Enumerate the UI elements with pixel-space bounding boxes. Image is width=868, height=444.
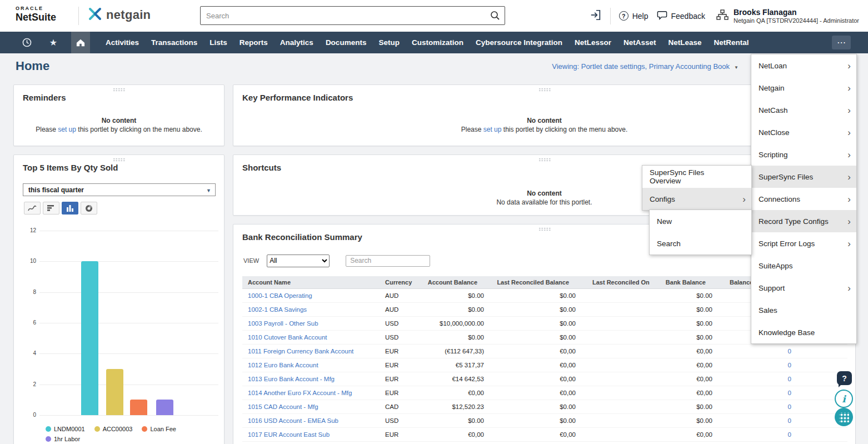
help-bubble-button[interactable]: ?: [837, 371, 852, 385]
col-header-account-name[interactable]: Account Name: [242, 279, 378, 286]
feedback-button[interactable]: Feedback: [657, 10, 705, 22]
legend-item: ACC00003: [94, 426, 133, 432]
netsuite-logo[interactable]: ORACLE NetSuite: [16, 6, 56, 23]
favorites-star-icon[interactable]: [40, 32, 67, 53]
chart-bar-LNDM0001: [81, 261, 98, 415]
col-header-last-reconciled-on[interactable]: Last Reconciled On: [576, 279, 659, 286]
menu-item[interactable]: Connections: [751, 188, 856, 210]
menu-item[interactable]: NetCash: [751, 99, 856, 121]
portlet-title[interactable]: Reminders: [23, 93, 66, 102]
menu-item[interactable]: New: [650, 210, 751, 232]
chart-gridline: [39, 415, 218, 416]
drag-handle-icon[interactable]: [113, 158, 125, 162]
menu-item[interactable]: NetLoan: [751, 54, 856, 77]
menu-item[interactable]: Configs: [642, 188, 751, 210]
drag-handle-icon[interactable]: [538, 88, 551, 92]
nav-item[interactable]: Lists: [203, 32, 233, 53]
menu-item[interactable]: Record Type Configs: [751, 210, 856, 232]
balance-difference-link[interactable]: 0: [788, 431, 791, 438]
account-name-link[interactable]: 1012 Euro Bank Account: [248, 362, 318, 368]
account-name-link[interactable]: 1017 EUR Account East Sub: [248, 431, 330, 438]
menu-item[interactable]: Search: [650, 232, 751, 255]
nav-item[interactable]: Activities: [99, 32, 145, 53]
line-chart-button[interactable]: [24, 202, 41, 214]
nav-item[interactable]: Customization: [406, 32, 470, 53]
menu-item[interactable]: Script Error Logs: [751, 232, 856, 255]
drag-handle-icon[interactable]: [538, 158, 551, 162]
menu-item[interactable]: Scripting: [751, 143, 856, 166]
bankrec-search-input[interactable]: [346, 255, 430, 267]
portlet-title[interactable]: Shortcuts: [242, 163, 281, 172]
star-glyph: [49, 37, 57, 48]
portlet-title[interactable]: Bank Reconciliation Summary: [242, 232, 362, 242]
menu-item[interactable]: SuperSync Files Overview: [642, 166, 751, 188]
cell-account-balance: €0,00: [422, 390, 484, 396]
chevron-right-icon: [847, 283, 851, 293]
date-range-select[interactable]: this fiscal quarter: [23, 183, 216, 196]
account-name-link[interactable]: 1011 Foreign Currency Bank Account: [248, 348, 353, 355]
nav-item[interactable]: Reports: [233, 32, 274, 53]
no-content-text: No content: [14, 117, 224, 124]
cell-currency: AUD: [378, 306, 422, 313]
nav-item[interactable]: Documents: [320, 32, 373, 53]
account-name-link[interactable]: 1014 Another Euro FX Account - Mfg: [248, 390, 352, 396]
nav-item[interactable]: Cybersource Integration: [470, 32, 568, 53]
account-name-link[interactable]: 1002-1 CBA Savings: [248, 306, 307, 313]
set-up-link[interactable]: set up: [483, 126, 502, 133]
portlet-title[interactable]: Key Performance Indicators: [242, 93, 353, 102]
home-tab[interactable]: [71, 32, 90, 53]
info-button[interactable]: i: [835, 390, 853, 408]
balance-difference-link[interactable]: 0: [788, 403, 791, 410]
nav-item[interactable]: NetLease: [662, 32, 708, 53]
search-icon[interactable]: [490, 11, 500, 21]
drag-handle-icon[interactable]: [113, 88, 125, 92]
menu-item-label: Record Type Configs: [759, 217, 829, 226]
menu-item[interactable]: Knowledge Base: [751, 321, 856, 343]
drag-handle-icon[interactable]: [538, 227, 551, 231]
menu-item[interactable]: Support: [751, 277, 856, 299]
col-header-last-reconciled-balance[interactable]: Last Reconciled Balance: [484, 279, 576, 286]
pie-chart-button[interactable]: [81, 202, 97, 214]
menu-item[interactable]: SuperSync Files: [751, 166, 856, 188]
netgain-x-icon: [88, 7, 102, 23]
menu-item[interactable]: Netgain: [751, 77, 856, 99]
col-header-currency[interactable]: Currency: [378, 279, 422, 286]
account-name-link[interactable]: 1015 CAD Account - Mfg: [248, 403, 318, 410]
balance-difference-link[interactable]: 0: [788, 362, 791, 368]
nav-item[interactable]: NetRental: [708, 32, 755, 53]
netgain-logo[interactable]: netgain: [88, 7, 151, 23]
account-name-link[interactable]: 1013 Euro Bank Account - Mfg: [248, 376, 335, 382]
nav-more-button[interactable]: ⋯: [832, 36, 851, 49]
menu-item[interactable]: SuiteApps: [751, 255, 856, 277]
menu-item[interactable]: Sales: [751, 299, 856, 321]
account-name-link[interactable]: 1016 USD Account - EMEA Sub: [248, 417, 338, 424]
vertical-bar-chart-button[interactable]: [62, 202, 78, 214]
cell-currency: EUR: [378, 431, 422, 438]
account-name-link[interactable]: 1000-1 CBA Operating: [248, 292, 312, 299]
help-button[interactable]: ? Help: [619, 11, 648, 21]
set-up-link[interactable]: set up: [58, 126, 76, 133]
nav-item[interactable]: Setup: [372, 32, 406, 53]
apps-grid-button[interactable]: [835, 408, 853, 426]
balance-difference-link[interactable]: 0: [788, 376, 791, 382]
balance-difference-link[interactable]: 0: [788, 348, 791, 355]
balance-difference-link[interactable]: 0: [788, 390, 791, 396]
horizontal-bar-chart-button[interactable]: [43, 202, 59, 214]
balance-difference-link[interactable]: 0: [788, 417, 791, 424]
user-menu[interactable]: Brooks Flanagan Netgain QA [TSTDRV202444…: [716, 8, 859, 24]
nav-item[interactable]: Analytics: [274, 32, 320, 53]
col-header-bank-balance[interactable]: Bank Balance: [659, 279, 712, 286]
nav-item[interactable]: NetAsset: [617, 32, 662, 53]
portlet-title[interactable]: Top 5 Items By Qty Sold: [23, 163, 118, 172]
nav-item[interactable]: Transactions: [145, 32, 203, 53]
account-name-link[interactable]: 1003 Payroll - Other Sub: [248, 320, 318, 327]
sign-in-icon[interactable]: [590, 9, 602, 23]
viewing-settings-link[interactable]: Viewing: Portlet date settings, Primary …: [552, 62, 739, 71]
menu-item[interactable]: NetClose: [751, 121, 856, 143]
col-header-account-balance[interactable]: Account Balance: [422, 279, 484, 286]
recent-records-icon[interactable]: [13, 32, 40, 53]
nav-item[interactable]: NetLessor: [568, 32, 617, 53]
view-select[interactable]: All: [267, 255, 330, 267]
account-name-link[interactable]: 1010 Cutover Bank Account: [248, 334, 327, 341]
global-search-input[interactable]: [200, 6, 505, 25]
